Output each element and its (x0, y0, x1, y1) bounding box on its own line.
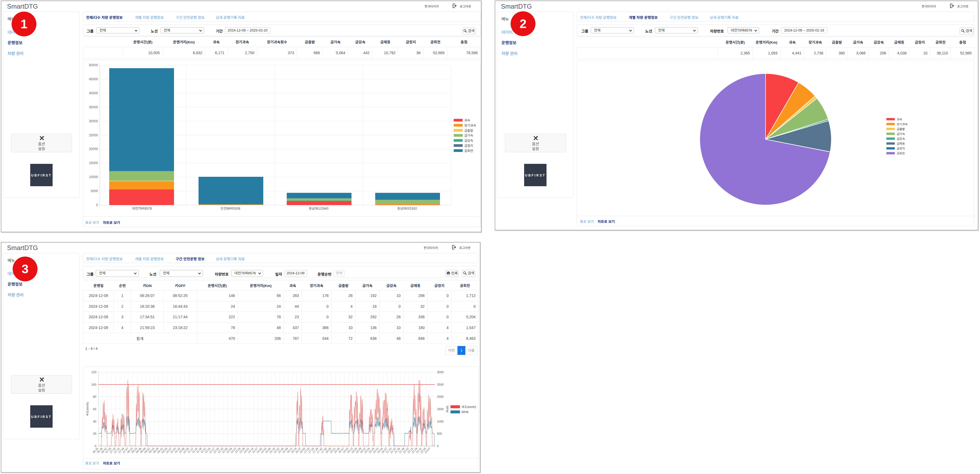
svg-text:급출발: 급출발 (897, 127, 905, 131)
svg-text:과속: 과속 (897, 118, 902, 121)
svg-text:속도(km/h): 속도(km/h) (86, 402, 89, 416)
svg-text:속도(km/h): 속도(km/h) (461, 405, 476, 409)
svg-text:급출발: 급출발 (464, 129, 473, 133)
svg-text:20: 20 (93, 432, 96, 435)
svg-text:공회전: 공회전 (897, 152, 905, 155)
svg-text:급감속: 급감속 (897, 137, 905, 140)
svg-text:45000: 45000 (89, 77, 98, 81)
svg-text:0: 0 (437, 444, 439, 448)
svg-text:급감속: 급감속 (464, 139, 473, 143)
svg-text:120: 120 (91, 371, 96, 374)
svg-text:급가속: 급가속 (897, 132, 905, 136)
svg-text:인천98바5308: 인천98바5308 (220, 207, 240, 211)
svg-text:2000: 2000 (437, 395, 444, 398)
svg-text:50000: 50000 (89, 63, 98, 67)
svg-text:3000: 3000 (437, 371, 444, 374)
svg-text:충남06고2640: 충남06고2640 (309, 207, 328, 211)
svg-text:40: 40 (93, 420, 96, 423)
svg-text:RPM: RPM (445, 406, 449, 412)
svg-text:과속: 과속 (464, 119, 470, 122)
svg-text:1000: 1000 (437, 420, 444, 423)
svg-text:장기과속: 장기과속 (897, 123, 907, 126)
svg-text:급정지: 급정지 (897, 147, 905, 150)
svg-text:25000: 25000 (89, 133, 98, 137)
svg-text:100: 100 (91, 383, 96, 386)
svg-text:0: 0 (96, 203, 98, 207)
svg-text:15000: 15000 (89, 161, 98, 165)
svg-text:1500: 1500 (437, 407, 444, 411)
svg-text:500: 500 (437, 432, 442, 435)
svg-text:급정지: 급정지 (464, 144, 473, 147)
svg-text:30000: 30000 (89, 119, 98, 123)
svg-text:60: 60 (93, 407, 96, 411)
svg-text:35000: 35000 (89, 105, 98, 109)
svg-text:급제동: 급제동 (897, 142, 905, 145)
svg-text:5000: 5000 (91, 189, 98, 193)
svg-text:40000: 40000 (89, 91, 98, 95)
svg-text:2500: 2500 (437, 383, 444, 386)
svg-text:공회전: 공회전 (464, 149, 473, 153)
svg-text:80: 80 (93, 395, 96, 398)
svg-text:장기과속: 장기과속 (464, 124, 476, 127)
svg-text:20000: 20000 (89, 147, 98, 151)
svg-text:0: 0 (95, 444, 96, 448)
svg-text:RPM: RPM (461, 411, 469, 414)
svg-text:10000: 10000 (89, 175, 98, 179)
svg-text:급가속: 급가속 (464, 134, 473, 138)
svg-text:충남06모5162: 충남06모5162 (397, 207, 417, 211)
svg-text:대전75바8576: 대전75바8576 (132, 207, 151, 211)
